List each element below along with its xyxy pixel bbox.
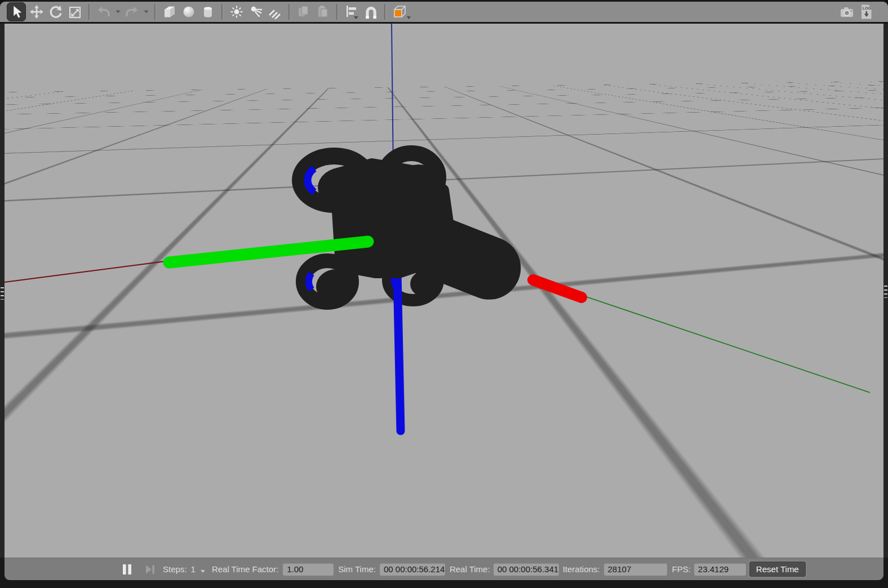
splitter-grip-icon bbox=[884, 286, 887, 298]
view-angle-button[interactable] bbox=[391, 2, 412, 21]
paste-button[interactable] bbox=[314, 2, 331, 21]
copy-button[interactable] bbox=[295, 2, 312, 21]
quadcopter-model[interactable] bbox=[300, 153, 530, 431]
cursor-arrow-icon bbox=[10, 5, 23, 19]
scale-icon bbox=[68, 5, 82, 19]
scale-tool-button[interactable] bbox=[66, 2, 83, 21]
sim-time-field: 00 00:00:56.214 bbox=[380, 563, 445, 576]
insert-cylinder-button[interactable] bbox=[199, 2, 216, 21]
step-button[interactable] bbox=[143, 562, 157, 577]
fps-field: 23.4129 bbox=[694, 563, 746, 576]
real-time-label: Real Time: bbox=[450, 564, 490, 574]
insert-box-button[interactable] bbox=[161, 2, 178, 21]
camera-icon bbox=[840, 5, 855, 19]
window-bottom-edge bbox=[0, 580, 888, 587]
point-light-button[interactable] bbox=[228, 2, 245, 21]
svg-text:LOG: LOG bbox=[863, 6, 872, 11]
log-icon: LOG bbox=[859, 3, 874, 20]
right-panel-splitter[interactable] bbox=[883, 24, 888, 558]
rotate-icon bbox=[48, 5, 63, 19]
scene-viewport[interactable] bbox=[5, 24, 883, 558]
redo-button[interactable] bbox=[123, 2, 140, 21]
rotate-tool-button[interactable] bbox=[47, 2, 64, 21]
left-panel-splitter[interactable] bbox=[0, 24, 5, 558]
toolbar-separator bbox=[221, 4, 223, 20]
copy-icon bbox=[296, 4, 311, 20]
align-button[interactable] bbox=[343, 2, 360, 21]
undo-icon bbox=[96, 5, 111, 19]
statusbar: Steps: 1 Real Time Factor: 1.00 Sim Time… bbox=[5, 558, 883, 580]
translate-tool-button[interactable] bbox=[28, 2, 45, 21]
magnet-icon bbox=[363, 4, 379, 20]
iterations-label: Iterations: bbox=[563, 564, 600, 574]
redo-history-button[interactable] bbox=[143, 2, 149, 21]
box-icon bbox=[162, 4, 177, 20]
main-area bbox=[0, 24, 888, 558]
gazebo-window: LOG bbox=[0, 0, 888, 588]
iterations-field: 28107 bbox=[604, 563, 667, 576]
steps-label: Steps: bbox=[163, 564, 187, 574]
pause-button[interactable] bbox=[120, 562, 135, 577]
steps-dropdown[interactable] bbox=[200, 565, 206, 574]
toolbar-separator bbox=[288, 4, 290, 20]
toolbar-separator bbox=[154, 4, 156, 20]
scene-overlay bbox=[5, 24, 883, 558]
point-light-icon bbox=[229, 5, 244, 19]
move-icon bbox=[29, 5, 44, 19]
toolbar-separator bbox=[384, 4, 386, 20]
directional-light-button[interactable] bbox=[267, 2, 283, 21]
marker-z-axis-bar bbox=[397, 273, 401, 431]
chevron-down-icon bbox=[200, 565, 206, 574]
paste-icon bbox=[316, 4, 330, 20]
sim-time-label: Sim Time: bbox=[338, 564, 376, 574]
toolbar-separator bbox=[88, 4, 90, 20]
screenshot-button[interactable] bbox=[838, 2, 855, 21]
align-icon bbox=[344, 3, 359, 20]
steps-value: 1 bbox=[191, 564, 196, 574]
toolbar-separator bbox=[336, 4, 338, 20]
step-forward-icon bbox=[145, 564, 156, 574]
snap-button[interactable] bbox=[362, 2, 379, 21]
world-x-axis-line bbox=[5, 261, 169, 282]
chevron-down-icon bbox=[116, 10, 121, 14]
select-tool-button[interactable] bbox=[7, 2, 26, 21]
reset-time-button[interactable]: Reset Time bbox=[749, 562, 806, 577]
real-time-factor-field: 1.00 bbox=[283, 563, 334, 576]
cylinder-icon bbox=[201, 4, 215, 20]
splitter-grip-icon bbox=[1, 287, 4, 300]
spot-light-icon bbox=[248, 5, 263, 19]
undo-history-button[interactable] bbox=[114, 2, 121, 21]
redo-icon bbox=[125, 5, 139, 19]
insert-sphere-button[interactable] bbox=[180, 2, 197, 21]
sphere-icon bbox=[181, 4, 196, 20]
fps-label: FPS: bbox=[672, 564, 691, 574]
marker-x-axis-bar bbox=[533, 280, 581, 297]
directional-light-icon bbox=[268, 5, 282, 19]
view-cube-icon bbox=[392, 3, 412, 20]
pause-icon bbox=[122, 564, 132, 575]
real-time-factor-label: Real Time Factor: bbox=[212, 564, 278, 574]
log-record-button[interactable]: LOG bbox=[858, 2, 876, 21]
toolbar: LOG bbox=[0, 2, 888, 24]
spot-light-button[interactable] bbox=[247, 2, 264, 21]
chevron-down-icon bbox=[144, 10, 149, 14]
undo-button[interactable] bbox=[95, 2, 112, 21]
real-time-field: 00 00:00:56.341 bbox=[494, 563, 559, 576]
